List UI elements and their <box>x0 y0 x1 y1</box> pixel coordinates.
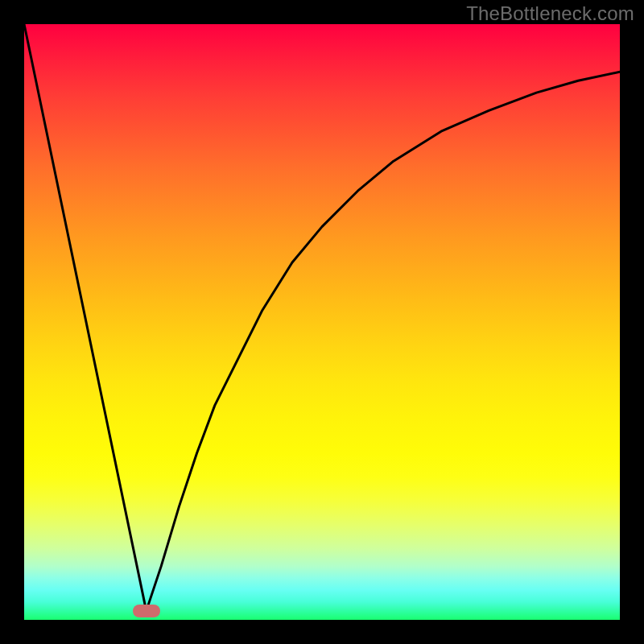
minimum-marker <box>133 605 160 617</box>
chart-container: TheBottleneck.com <box>0 0 644 644</box>
curve-path <box>24 24 620 611</box>
plot-area <box>24 24 620 620</box>
chart-svg <box>24 24 620 620</box>
watermark-text: TheBottleneck.com <box>466 2 634 25</box>
